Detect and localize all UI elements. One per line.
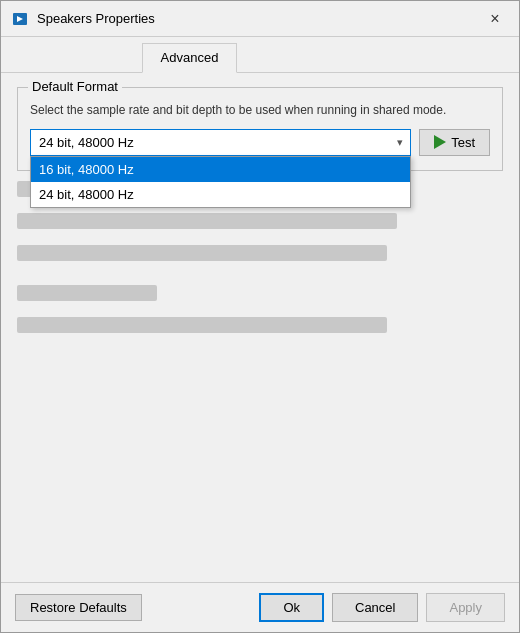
play-icon xyxy=(434,135,446,149)
close-button[interactable]: × xyxy=(481,5,509,33)
app-icon xyxy=(11,10,29,28)
dropdown-option-2[interactable]: 24 bit, 48000 Hz xyxy=(31,182,410,207)
restore-defaults-button[interactable]: Restore Defaults xyxy=(15,594,142,621)
cancel-button[interactable]: Cancel xyxy=(332,593,418,622)
dropdown-list: 16 bit, 48000 Hz 24 bit, 48000 Hz xyxy=(30,156,411,208)
tab-1[interactable] xyxy=(11,43,74,72)
format-select-wrapper: 24 bit, 48000 Hz ▾ 16 bit, 48000 Hz 24 b… xyxy=(30,129,411,156)
apply-button[interactable]: Apply xyxy=(426,593,505,622)
group-description: Select the sample rate and bit depth to … xyxy=(30,102,490,119)
dropdown-option-1[interactable]: 16 bit, 48000 Hz xyxy=(31,157,410,182)
placeholder-bar-5 xyxy=(17,317,387,333)
footer: Restore Defaults Ok Cancel Apply xyxy=(1,582,519,632)
empty-area xyxy=(17,349,503,558)
dialog-buttons: Ok Cancel Apply xyxy=(259,593,505,622)
default-format-group: Default Format Select the sample rate an… xyxy=(17,87,503,171)
format-select-row: 24 bit, 48000 Hz ▾ 16 bit, 48000 Hz 24 b… xyxy=(30,129,490,156)
placeholder-bar-3 xyxy=(17,245,387,261)
format-select-display[interactable]: 24 bit, 48000 Hz xyxy=(30,129,411,156)
title-bar: Speakers Properties × xyxy=(1,1,519,37)
group-title: Default Format xyxy=(28,79,122,94)
test-button-label: Test xyxy=(451,135,475,150)
content-area: Default Format Select the sample rate an… xyxy=(1,73,519,582)
window-title: Speakers Properties xyxy=(37,11,481,26)
placeholder-bar-2 xyxy=(17,213,397,229)
tab-advanced[interactable]: Advanced xyxy=(142,43,238,73)
tab-4[interactable] xyxy=(239,43,302,72)
tab-2[interactable] xyxy=(76,43,139,72)
tab-bar: Advanced xyxy=(1,37,519,73)
speakers-properties-window: Speakers Properties × Advanced Default F… xyxy=(0,0,520,633)
placeholder-bar-4 xyxy=(17,285,157,301)
ok-button[interactable]: Ok xyxy=(259,593,324,622)
test-button[interactable]: Test xyxy=(419,129,490,156)
